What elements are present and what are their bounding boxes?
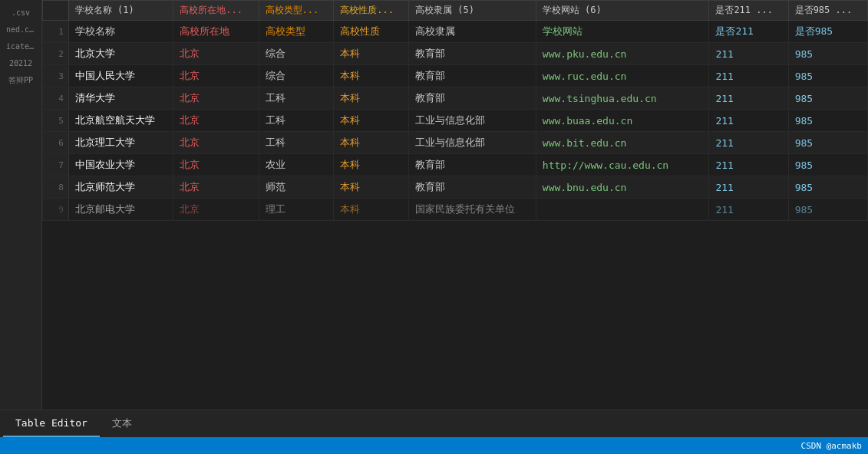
col-header-type[interactable]: 高校类型... <box>259 1 334 21</box>
cell-name[interactable]: 中国人民大学 <box>68 65 173 87</box>
cell-name[interactable]: 北京师范大学 <box>68 176 173 199</box>
cell-location[interactable]: 北京 <box>173 154 259 176</box>
table-row[interactable]: 6北京理工大学北京工科本科工业与信息化部www.bit.edu.cn211985 <box>43 132 868 154</box>
cell-location[interactable]: 北京 <box>173 132 259 154</box>
cell-nature[interactable]: 本科 <box>334 110 409 132</box>
cell-name[interactable]: 北京大学 <box>68 43 173 65</box>
cell-website[interactable]: http://www.cau.edu.cn <box>536 154 709 176</box>
cell-website[interactable]: www.bnu.edu.cn <box>536 176 709 199</box>
col-header-211[interactable]: 是否211 ... <box>709 1 788 21</box>
cell-type[interactable]: 综合 <box>259 43 334 65</box>
cell-name[interactable]: 学校名称 <box>68 21 173 43</box>
cell-is211[interactable]: 211 <box>709 87 788 110</box>
cell-is985[interactable]: 是否985 <box>788 21 867 43</box>
table-row[interactable]: 2北京大学北京综合本科教育部www.pku.edu.cn211985 <box>43 43 868 65</box>
cell-website[interactable]: www.buaa.edu.cn <box>536 110 709 132</box>
cell-nature[interactable]: 高校性质 <box>334 21 409 43</box>
cell-website[interactable]: www.pku.edu.cn <box>536 43 709 65</box>
cell-location[interactable]: 北京 <box>173 176 259 199</box>
sidebar-file-4[interactable]: 20212 <box>3 57 38 71</box>
cell-is985[interactable]: 985 <box>788 87 867 110</box>
cell-name[interactable]: 北京邮电大学 <box>68 199 173 221</box>
cell-belong[interactable]: 教育部 <box>409 154 536 176</box>
cell-belong[interactable]: 工业与信息化部 <box>409 132 536 154</box>
cell-type[interactable]: 农业 <box>259 154 334 176</box>
cell-name[interactable]: 北京理工大学 <box>68 132 173 154</box>
table-row[interactable]: 4清华大学北京工科本科教育部www.tsinghua.edu.cn211985 <box>43 87 868 110</box>
cell-type[interactable]: 高校类型 <box>259 21 334 43</box>
sidebar-file-1[interactable]: .csv <box>3 6 38 20</box>
cell-location[interactable]: 北京 <box>173 43 259 65</box>
cell-type[interactable]: 综合 <box>259 65 334 87</box>
cell-nature[interactable]: 本科 <box>334 132 409 154</box>
cell-is211[interactable]: 211 <box>709 65 788 87</box>
cell-belong[interactable]: 工业与信息化部 <box>409 110 536 132</box>
cell-name[interactable]: 清华大学 <box>68 87 173 110</box>
cell-belong[interactable]: 教育部 <box>409 65 536 87</box>
cell-is985[interactable]: 985 <box>788 154 867 176</box>
cell-website[interactable]: www.bit.edu.cn <box>536 132 709 154</box>
tab-text[interactable]: 文本 <box>100 410 144 437</box>
table-row[interactable]: 3中国人民大学北京综合本科教育部www.ruc.edu.cn211985 <box>43 65 868 87</box>
sidebar-file-5[interactable]: 答辩PP <box>3 74 38 87</box>
cell-name[interactable]: 北京航空航天大学 <box>68 110 173 132</box>
cell-type[interactable]: 理工 <box>259 199 334 221</box>
cell-is211[interactable]: 211 <box>709 132 788 154</box>
col-header-985[interactable]: 是否985 ... <box>788 1 867 21</box>
cell-location[interactable]: 北京 <box>173 87 259 110</box>
table-row[interactable]: 7中国农业大学北京农业本科教育部http://www.cau.edu.cn211… <box>43 154 868 176</box>
cell-nature[interactable]: 本科 <box>334 65 409 87</box>
cell-is985[interactable]: 985 <box>788 43 867 65</box>
cell-belong[interactable]: 教育部 <box>409 87 536 110</box>
tab-table-editor[interactable]: Table Editor <box>3 410 100 437</box>
cell-location[interactable]: 北京 <box>173 110 259 132</box>
cell-nature[interactable]: 本科 <box>334 87 409 110</box>
row-number: 5 <box>43 110 69 132</box>
sidebar-file-3[interactable]: icates.csv <box>3 40 38 54</box>
col-header-location[interactable]: 高校所在地... <box>173 1 259 21</box>
cell-is211[interactable]: 211 <box>709 154 788 176</box>
cell-nature[interactable]: 本科 <box>334 176 409 199</box>
cell-is211[interactable]: 是否211 <box>709 21 788 43</box>
cell-location[interactable]: 高校所在地 <box>173 21 259 43</box>
cell-is211[interactable]: 211 <box>709 110 788 132</box>
table-row[interactable]: 9北京邮电大学北京理工本科国家民族委托有关单位211985 <box>43 199 868 221</box>
cell-belong[interactable]: 国家民族委托有关单位 <box>409 199 536 221</box>
col-header-nature[interactable]: 高校性质... <box>334 1 409 21</box>
table-row[interactable]: 1学校名称高校所在地高校类型高校性质高校隶属学校网站是否211是否985 <box>43 21 868 43</box>
cell-website[interactable] <box>536 199 709 221</box>
cell-belong[interactable]: 高校隶属 <box>409 21 536 43</box>
col-header-name[interactable]: 学校名称 (1) <box>68 1 173 21</box>
cell-type[interactable]: 工科 <box>259 132 334 154</box>
cell-type[interactable]: 工科 <box>259 110 334 132</box>
cell-belong[interactable]: 教育部 <box>409 176 536 199</box>
cell-name[interactable]: 中国农业大学 <box>68 154 173 176</box>
cell-is985[interactable]: 985 <box>788 110 867 132</box>
cell-location[interactable]: 北京 <box>173 199 259 221</box>
table-row[interactable]: 5北京航空航天大学北京工科本科工业与信息化部www.buaa.edu.cn211… <box>43 110 868 132</box>
cell-is985[interactable]: 985 <box>788 132 867 154</box>
row-number: 7 <box>43 154 69 176</box>
cell-is985[interactable]: 985 <box>788 65 867 87</box>
cell-nature[interactable]: 本科 <box>334 199 409 221</box>
cell-is211[interactable]: 211 <box>709 199 788 221</box>
cell-website[interactable]: www.tsinghua.edu.cn <box>536 87 709 110</box>
row-number: 4 <box>43 87 69 110</box>
cell-nature[interactable]: 本科 <box>334 154 409 176</box>
cell-is211[interactable]: 211 <box>709 43 788 65</box>
cell-type[interactable]: 工科 <box>259 87 334 110</box>
table-row[interactable]: 8北京师范大学北京师范本科教育部www.bnu.edu.cn211985 <box>43 176 868 199</box>
cell-is211[interactable]: 211 <box>709 176 788 199</box>
col-header-belong[interactable]: 高校隶属 (5) <box>409 1 536 21</box>
cell-website[interactable]: www.ruc.edu.cn <box>536 65 709 87</box>
cell-location[interactable]: 北京 <box>173 65 259 87</box>
table-area[interactable]: 学校名称 (1) 高校所在地... 高校类型... 高校性质... 高校隶属 (… <box>42 0 868 410</box>
cell-website[interactable]: 学校网站 <box>536 21 709 43</box>
col-header-website[interactable]: 学校网站 (6) <box>536 1 709 21</box>
cell-type[interactable]: 师范 <box>259 176 334 199</box>
sidebar-file-2[interactable]: ned.csv <box>3 23 38 37</box>
cell-is985[interactable]: 985 <box>788 199 867 221</box>
cell-belong[interactable]: 教育部 <box>409 43 536 65</box>
cell-is985[interactable]: 985 <box>788 176 867 199</box>
cell-nature[interactable]: 本科 <box>334 43 409 65</box>
